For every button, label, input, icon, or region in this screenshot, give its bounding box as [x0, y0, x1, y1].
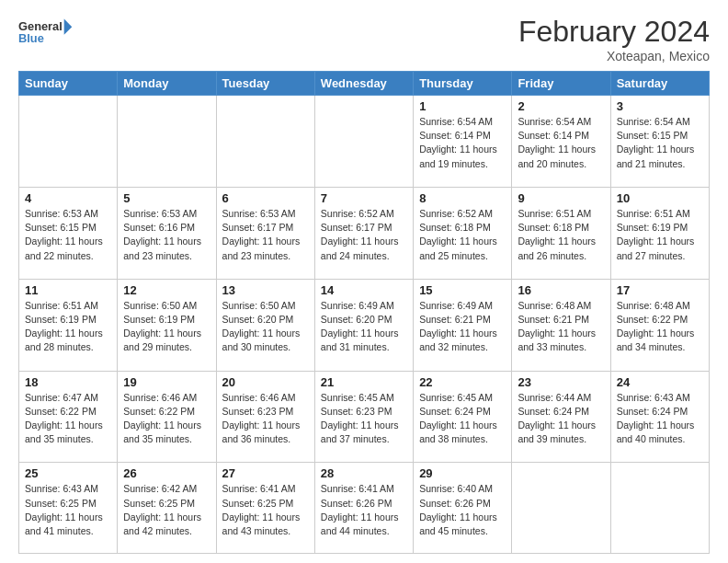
calendar-cell: 9Sunrise: 6:51 AMSunset: 6:18 PMDaylight…: [512, 187, 610, 279]
calendar-cell: 7Sunrise: 6:52 AMSunset: 6:17 PMDaylight…: [314, 187, 413, 279]
calendar-cell: 29Sunrise: 6:40 AMSunset: 6:26 PMDayligh…: [414, 463, 512, 554]
calendar-cell: 6Sunrise: 6:53 AMSunset: 6:17 PMDaylight…: [216, 187, 314, 279]
day-number: 19: [123, 375, 210, 389]
calendar-cell: 17Sunrise: 6:48 AMSunset: 6:22 PMDayligh…: [610, 279, 709, 371]
calendar-cell: 11Sunrise: 6:51 AMSunset: 6:19 PMDayligh…: [19, 279, 118, 371]
logo-svg: General Blue: [18, 15, 74, 52]
calendar-cell: 23Sunrise: 6:44 AMSunset: 6:24 PMDayligh…: [512, 371, 610, 463]
weekday-header-friday: Friday: [512, 72, 610, 96]
day-info: Sunrise: 6:54 AMSunset: 6:14 PMDaylight:…: [419, 115, 506, 171]
month-title: February 2024: [518, 15, 710, 49]
day-number: 20: [222, 375, 309, 389]
day-number: 8: [419, 191, 506, 205]
day-info: Sunrise: 6:45 AMSunset: 6:23 PMDaylight:…: [321, 391, 407, 447]
calendar-cell: 18Sunrise: 6:47 AMSunset: 6:22 PMDayligh…: [19, 371, 118, 463]
calendar-cell: 3Sunrise: 6:54 AMSunset: 6:15 PMDaylight…: [610, 96, 709, 188]
calendar-cell: 19Sunrise: 6:46 AMSunset: 6:22 PMDayligh…: [118, 371, 216, 463]
day-info: Sunrise: 6:41 AMSunset: 6:26 PMDaylight:…: [321, 482, 407, 538]
day-number: 1: [419, 99, 506, 113]
day-number: 10: [617, 191, 703, 205]
day-info: Sunrise: 6:51 AMSunset: 6:19 PMDaylight:…: [25, 299, 111, 355]
calendar-cell: 5Sunrise: 6:53 AMSunset: 6:16 PMDaylight…: [118, 187, 216, 279]
day-number: 25: [25, 466, 111, 480]
day-number: 2: [518, 99, 604, 113]
day-number: 27: [222, 466, 309, 480]
day-info: Sunrise: 6:46 AMSunset: 6:22 PMDaylight:…: [123, 391, 210, 447]
day-info: Sunrise: 6:53 AMSunset: 6:16 PMDaylight:…: [123, 207, 210, 263]
day-number: 28: [321, 466, 407, 480]
svg-text:General: General: [18, 19, 63, 33]
day-number: 18: [25, 375, 111, 389]
day-number: 11: [25, 283, 111, 297]
day-info: Sunrise: 6:46 AMSunset: 6:23 PMDaylight:…: [222, 391, 309, 447]
day-info: Sunrise: 6:43 AMSunset: 6:25 PMDaylight:…: [25, 482, 111, 538]
day-number: 9: [518, 191, 604, 205]
calendar-cell: 13Sunrise: 6:50 AMSunset: 6:20 PMDayligh…: [216, 279, 314, 371]
calendar-cell: [19, 96, 118, 188]
day-info: Sunrise: 6:49 AMSunset: 6:20 PMDaylight:…: [321, 299, 407, 355]
day-number: 4: [25, 191, 111, 205]
day-number: 15: [419, 283, 506, 297]
header-right: February 2024 Xoteapan, Mexico: [518, 15, 710, 63]
calendar-cell: 22Sunrise: 6:45 AMSunset: 6:24 PMDayligh…: [414, 371, 512, 463]
weekday-header-tuesday: Tuesday: [216, 72, 314, 96]
day-number: 21: [321, 375, 407, 389]
day-number: 16: [518, 283, 604, 297]
calendar-cell: 15Sunrise: 6:49 AMSunset: 6:21 PMDayligh…: [414, 279, 512, 371]
calendar-cell: 12Sunrise: 6:50 AMSunset: 6:19 PMDayligh…: [118, 279, 216, 371]
svg-text:Blue: Blue: [18, 31, 44, 45]
day-info: Sunrise: 6:41 AMSunset: 6:25 PMDaylight:…: [222, 482, 309, 538]
day-number: 26: [123, 466, 210, 480]
day-info: Sunrise: 6:53 AMSunset: 6:17 PMDaylight:…: [222, 207, 309, 263]
day-number: 5: [123, 191, 210, 205]
calendar-table: SundayMondayTuesdayWednesdayThursdayFrid…: [18, 71, 710, 554]
day-number: 3: [617, 99, 703, 113]
day-info: Sunrise: 6:51 AMSunset: 6:19 PMDaylight:…: [617, 207, 703, 263]
weekday-header-saturday: Saturday: [610, 72, 709, 96]
calendar-cell: [216, 96, 314, 188]
weekday-header-thursday: Thursday: [414, 72, 512, 96]
calendar-cell: 25Sunrise: 6:43 AMSunset: 6:25 PMDayligh…: [19, 463, 118, 554]
day-number: 23: [518, 375, 604, 389]
day-info: Sunrise: 6:49 AMSunset: 6:21 PMDaylight:…: [419, 299, 506, 355]
day-info: Sunrise: 6:50 AMSunset: 6:19 PMDaylight:…: [123, 299, 210, 355]
day-info: Sunrise: 6:54 AMSunset: 6:15 PMDaylight:…: [617, 115, 703, 171]
day-info: Sunrise: 6:48 AMSunset: 6:22 PMDaylight:…: [617, 299, 703, 355]
day-info: Sunrise: 6:43 AMSunset: 6:24 PMDaylight:…: [617, 391, 703, 447]
day-number: 17: [617, 283, 703, 297]
day-info: Sunrise: 6:51 AMSunset: 6:18 PMDaylight:…: [518, 207, 604, 263]
day-number: 6: [222, 191, 309, 205]
calendar-cell: 14Sunrise: 6:49 AMSunset: 6:20 PMDayligh…: [314, 279, 413, 371]
day-number: 7: [321, 191, 407, 205]
day-info: Sunrise: 6:42 AMSunset: 6:25 PMDaylight:…: [123, 482, 210, 538]
calendar-cell: 8Sunrise: 6:52 AMSunset: 6:18 PMDaylight…: [414, 187, 512, 279]
day-info: Sunrise: 6:53 AMSunset: 6:15 PMDaylight:…: [25, 207, 111, 263]
calendar-cell: 4Sunrise: 6:53 AMSunset: 6:15 PMDaylight…: [19, 187, 118, 279]
top-section: General Blue February 2024 Xoteapan, Mex…: [18, 15, 710, 63]
calendar-cell: 1Sunrise: 6:54 AMSunset: 6:14 PMDaylight…: [414, 96, 512, 188]
calendar-cell: 16Sunrise: 6:48 AMSunset: 6:21 PMDayligh…: [512, 279, 610, 371]
day-info: Sunrise: 6:44 AMSunset: 6:24 PMDaylight:…: [518, 391, 604, 447]
weekday-header-sunday: Sunday: [19, 72, 118, 96]
day-info: Sunrise: 6:45 AMSunset: 6:24 PMDaylight:…: [419, 391, 506, 447]
calendar-cell: 2Sunrise: 6:54 AMSunset: 6:14 PMDaylight…: [512, 96, 610, 188]
calendar-cell: 27Sunrise: 6:41 AMSunset: 6:25 PMDayligh…: [216, 463, 314, 554]
day-number: 22: [419, 375, 506, 389]
calendar-cell: 20Sunrise: 6:46 AMSunset: 6:23 PMDayligh…: [216, 371, 314, 463]
logo: General Blue: [18, 15, 74, 52]
calendar-cell: [512, 463, 610, 554]
calendar-cell: 21Sunrise: 6:45 AMSunset: 6:23 PMDayligh…: [314, 371, 413, 463]
day-info: Sunrise: 6:50 AMSunset: 6:20 PMDaylight:…: [222, 299, 309, 355]
day-info: Sunrise: 6:54 AMSunset: 6:14 PMDaylight:…: [518, 115, 604, 171]
day-number: 14: [321, 283, 407, 297]
day-info: Sunrise: 6:52 AMSunset: 6:18 PMDaylight:…: [419, 207, 506, 263]
calendar-cell: [314, 96, 413, 188]
day-number: 13: [222, 283, 309, 297]
day-number: 29: [419, 466, 506, 480]
svg-marker-2: [64, 19, 73, 35]
calendar-cell: [118, 96, 216, 188]
weekday-header-monday: Monday: [118, 72, 216, 96]
calendar-cell: 24Sunrise: 6:43 AMSunset: 6:24 PMDayligh…: [610, 371, 709, 463]
day-info: Sunrise: 6:48 AMSunset: 6:21 PMDaylight:…: [518, 299, 604, 355]
calendar-cell: 10Sunrise: 6:51 AMSunset: 6:19 PMDayligh…: [610, 187, 709, 279]
